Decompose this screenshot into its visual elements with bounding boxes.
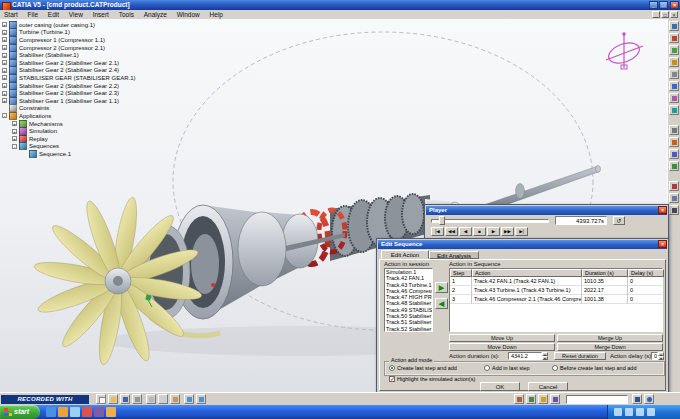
tree-item-stabiliser-gear-1[interactable]: +Stabiliser Gear 1 (Stabiliser Gear 1.1) [2, 97, 202, 105]
mdi-close-button[interactable]: × [670, 11, 678, 18]
undo-icon[interactable] [184, 394, 194, 404]
action-duration-spinner[interactable] [542, 352, 548, 360]
tree-item-compressor-2[interactable]: +Compressor 2 (Compressor 2.1) [2, 44, 202, 52]
mdi-restore-button[interactable]: □ [661, 11, 669, 18]
expand-toggle-icon[interactable]: + [2, 98, 7, 103]
tree-item-outer-casing[interactable]: +outer casing (outer casing.1) [2, 21, 202, 29]
knowledge-icon[interactable] [514, 394, 524, 404]
compass-snap-icon[interactable] [669, 193, 679, 203]
internet-explorer-icon[interactable] [46, 407, 56, 417]
expand-toggle-icon[interactable]: + [12, 136, 17, 141]
merge-up-button[interactable]: Merge Up [557, 334, 663, 342]
menu-start[interactable]: Start [0, 10, 22, 19]
session-item[interactable]: Track.51 Stabiliser Ge... [385, 319, 432, 325]
step-backward-button[interactable]: ◀◀ [445, 227, 458, 236]
rotate-icon[interactable] [669, 57, 679, 67]
fly-through-icon[interactable] [669, 21, 679, 31]
radio-icon[interactable] [552, 365, 558, 371]
action-in-session-list[interactable]: Simulation.1 Track.42 FAN.1 Track.43 Tur… [384, 268, 433, 332]
expand-toggle-icon[interactable]: + [2, 45, 7, 50]
tree-item-applications[interactable]: -Applications [2, 112, 202, 120]
radio-create-last-step-and-add[interactable]: Create last step and add [389, 365, 457, 371]
grid-icon[interactable] [669, 205, 679, 215]
action-delay-spinner[interactable] [658, 352, 664, 360]
tree-item-compressor-1[interactable]: +Compressor 1 (Compressor 1.1) [2, 36, 202, 44]
radio-icon[interactable] [484, 365, 490, 371]
quick-view-icon[interactable] [669, 125, 679, 135]
volume-icon[interactable] [614, 408, 622, 416]
action-in-sequence-table[interactable]: Step Action Duration (s) Delay (s) 1 Tra… [449, 268, 663, 332]
timeline-slider-thumb[interactable] [439, 216, 445, 225]
go-to-start-button[interactable]: |◀ [431, 227, 444, 236]
action-delay-field[interactable]: 0 [651, 352, 658, 360]
action-duration-field[interactable]: 4341.2 [508, 352, 542, 360]
column-duration[interactable]: Duration (s) [582, 269, 628, 277]
menu-view[interactable]: View [65, 10, 87, 19]
show-desktop-icon[interactable] [70, 407, 80, 417]
new-document-icon[interactable] [96, 394, 106, 404]
ok-button[interactable]: OK [480, 382, 520, 391]
expand-toggle-icon[interactable]: + [2, 30, 7, 35]
help-icon[interactable] [644, 394, 654, 404]
column-delay[interactable]: Delay (s) [628, 269, 664, 277]
specification-tree-icon[interactable] [669, 181, 679, 191]
expand-toggle-icon[interactable]: + [2, 22, 7, 27]
shading-icon[interactable] [669, 137, 679, 147]
expand-toggle-icon[interactable]: + [12, 121, 17, 126]
reset-duration-button[interactable]: Reset duration [554, 352, 606, 360]
expand-toggle-icon[interactable]: + [2, 83, 7, 88]
close-button[interactable]: × [670, 1, 679, 9]
menu-analyze[interactable]: Analyze [140, 10, 171, 19]
table-row[interactable]: 3 Track.46 Compressor 2.1 (Track.46 Comp… [450, 295, 662, 304]
merge-down-button[interactable]: Merge Down [557, 343, 663, 351]
zoom-in-icon[interactable] [669, 69, 679, 79]
cancel-button[interactable]: Cancel [528, 382, 568, 391]
remove-from-sequence-button[interactable]: ◀ [435, 298, 448, 309]
session-item[interactable]: Track.43 Turbine.1 [385, 282, 432, 288]
menu-edit[interactable]: Edit [44, 10, 63, 19]
go-to-end-button[interactable]: ▶| [515, 227, 528, 236]
messenger-icon[interactable] [94, 407, 104, 417]
cut-icon[interactable] [146, 394, 156, 404]
swap-visible-space-icon[interactable] [669, 161, 679, 171]
antivirus-icon[interactable] [636, 408, 644, 416]
hide-show-icon[interactable] [669, 149, 679, 159]
edit-sequence-title[interactable]: Edit Sequence [378, 240, 667, 249]
tree-item-stabiliser-gear[interactable]: +STABILISER GEAR (STABILISER GEAR.1) [2, 74, 202, 82]
session-item[interactable]: Track.48 Stabiliser Ge... [385, 300, 432, 306]
radio-before-create-last-step-and-add[interactable]: Before create last step and add [552, 365, 636, 371]
tab-edit-analysis[interactable]: Edit Analysis [429, 251, 479, 259]
tree-item-stabiliser-gear-2-4[interactable]: +Stabiliser Gear 2 (Stabiliser Gear 2.4) [2, 67, 202, 75]
close-icon[interactable]: × [658, 240, 667, 248]
updates-icon[interactable] [647, 408, 655, 416]
expand-toggle-icon[interactable]: + [2, 53, 7, 58]
network-icon[interactable] [625, 408, 633, 416]
normal-view-icon[interactable] [669, 93, 679, 103]
media-player-icon[interactable] [82, 407, 92, 417]
expand-toggle-icon[interactable]: + [2, 75, 7, 80]
explorer-icon[interactable] [106, 407, 116, 417]
move-down-button[interactable]: Move Down [449, 343, 555, 351]
tree-item-replay[interactable]: +Replay [2, 135, 202, 143]
expand-toggle-icon[interactable]: - [12, 144, 17, 149]
tree-item-stabiliser-gear-2-2[interactable]: +Stabiliser Gear 2 (Stabiliser Gear 2.2) [2, 82, 202, 90]
move-up-button[interactable]: Move Up [449, 334, 555, 342]
save-icon[interactable] [120, 394, 130, 404]
expand-toggle-icon[interactable]: + [2, 60, 7, 65]
tree-item-sequence-1[interactable]: Sequence.1 [2, 150, 202, 158]
column-action[interactable]: Action [472, 269, 582, 277]
menu-tools[interactable]: Tools [115, 10, 138, 19]
column-step[interactable]: Step [450, 269, 472, 277]
fit-all-icon[interactable] [669, 33, 679, 43]
radio-add-in-last-step[interactable]: Add in last step [484, 365, 530, 371]
power-input-field[interactable] [566, 395, 628, 404]
expand-toggle-icon[interactable]: + [2, 91, 7, 96]
apply-material-icon[interactable] [550, 394, 560, 404]
play-backward-button[interactable]: ◀ [459, 227, 472, 236]
loop-button[interactable]: ↺ [613, 216, 625, 225]
expand-toggle-icon[interactable]: + [2, 68, 7, 73]
tree-item-turbine[interactable]: +Turbine (Turbine.1) [2, 29, 202, 37]
power-input-icon[interactable] [632, 394, 642, 404]
multi-view-icon[interactable] [669, 105, 679, 115]
play-forward-button[interactable]: ▶ [487, 227, 500, 236]
